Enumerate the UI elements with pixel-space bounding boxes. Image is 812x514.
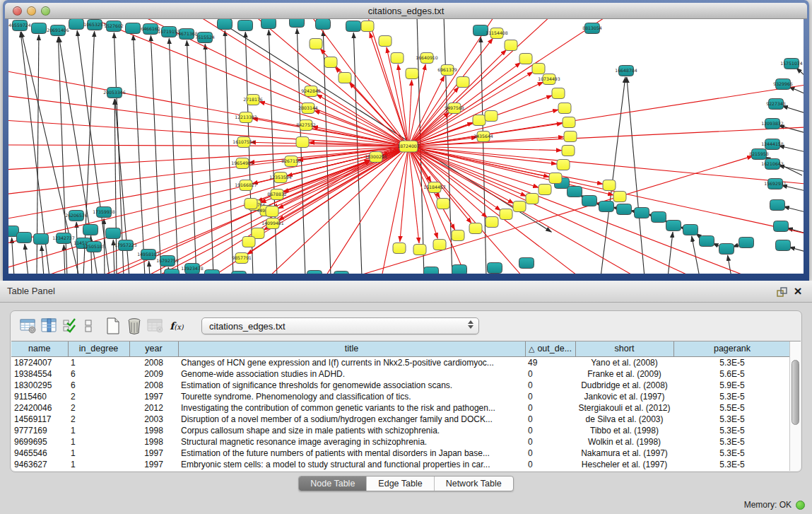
graph-node[interactable] bbox=[346, 21, 361, 32]
vertical-scrollbar[interactable] bbox=[789, 341, 801, 471]
tab-node-table[interactable]: Node Table bbox=[299, 477, 366, 491]
table-row[interactable]: 1872400712008Changes of HCN gene express… bbox=[11, 356, 791, 368]
graph-node[interactable] bbox=[391, 53, 404, 64]
close-icon[interactable]: × bbox=[792, 286, 804, 298]
graph-node[interactable] bbox=[361, 21, 374, 32]
graph-node[interactable] bbox=[324, 57, 337, 68]
float-panel-icon[interactable] bbox=[775, 286, 788, 298]
graph-node[interactable] bbox=[437, 199, 449, 209]
minimize-button[interactable] bbox=[27, 6, 36, 16]
graph-node[interactable] bbox=[488, 263, 502, 274]
graph-node[interactable] bbox=[552, 88, 565, 99]
graph-node[interactable] bbox=[424, 267, 439, 274]
graph-node[interactable] bbox=[242, 237, 255, 247]
graph-node[interactable] bbox=[719, 244, 734, 255]
network-graph[interactable]: 4055972420691406106532571527602646616010… bbox=[8, 19, 804, 274]
memory-ok-icon[interactable] bbox=[796, 501, 805, 510]
show-columns-icon[interactable] bbox=[39, 315, 60, 337]
table-row[interactable]: 946554611997Estimation of the future num… bbox=[11, 448, 791, 459]
graph-node[interactable] bbox=[238, 21, 253, 31]
table-select[interactable]: citations_edges.txt bbox=[201, 317, 479, 334]
graph-node[interactable] bbox=[599, 201, 614, 212]
network-canvas[interactable]: 4055972420691406106532571527602646616010… bbox=[8, 19, 804, 274]
graph-node[interactable] bbox=[526, 194, 539, 204]
graph-node[interactable] bbox=[485, 111, 498, 122]
graph-node[interactable] bbox=[433, 240, 446, 250]
graph-node[interactable] bbox=[500, 209, 512, 220]
graph-node[interactable] bbox=[739, 238, 754, 248]
column-header-pagerank[interactable]: pagerank bbox=[673, 341, 791, 356]
graph-node[interactable] bbox=[532, 64, 545, 74]
column-header-year[interactable]: year bbox=[129, 341, 178, 356]
graph-node[interactable] bbox=[539, 185, 551, 195]
graph-node[interactable] bbox=[513, 201, 526, 212]
graph-node[interactable] bbox=[486, 217, 498, 228]
graph-node[interactable] bbox=[776, 240, 791, 251]
graph-node[interactable] bbox=[557, 160, 570, 170]
graph-node[interactable] bbox=[316, 19, 331, 30]
graph-node[interactable] bbox=[635, 208, 649, 218]
table-row[interactable]: 977716911998Corpus callosum shape and si… bbox=[11, 425, 791, 436]
graph-node[interactable] bbox=[413, 245, 426, 255]
scrollbar-thumb[interactable] bbox=[792, 360, 799, 425]
graph-node[interactable] bbox=[126, 23, 141, 34]
table-row[interactable]: 946362711997Embryonic stem cells: a mode… bbox=[11, 459, 791, 470]
tab-network-table[interactable]: Network Table bbox=[434, 477, 513, 491]
table-row[interactable]: 1938455462009Genome-wide association stu… bbox=[11, 368, 791, 380]
graph-node[interactable] bbox=[106, 228, 121, 239]
function-builder-icon[interactable]: f(x) bbox=[166, 315, 187, 337]
graph-node[interactable] bbox=[218, 19, 233, 30]
graph-node[interactable] bbox=[700, 236, 714, 247]
graph-node[interactable] bbox=[603, 180, 616, 191]
graph-node[interactable] bbox=[666, 221, 681, 231]
graph-node[interactable] bbox=[165, 269, 180, 274]
table-row[interactable]: 1830029562008Estimation of significance … bbox=[11, 380, 791, 391]
close-button[interactable] bbox=[13, 6, 22, 16]
graph-node[interactable] bbox=[457, 77, 469, 88]
zoom-button[interactable] bbox=[41, 6, 50, 16]
graph-node[interactable] bbox=[505, 40, 517, 51]
graph-node[interactable] bbox=[549, 173, 562, 184]
graph-node[interactable] bbox=[17, 233, 32, 243]
graph-node[interactable] bbox=[310, 39, 322, 49]
table-row[interactable]: 969969511998Structural magnetic resonanc… bbox=[11, 436, 791, 448]
clear-selection-icon[interactable] bbox=[81, 315, 95, 337]
graph-node[interactable] bbox=[613, 192, 626, 202]
table-settings-icon[interactable] bbox=[18, 315, 39, 337]
window-titlebar[interactable]: citations_edges.txt bbox=[5, 3, 807, 19]
table-row[interactable]: 2242004622012Investigating the contribut… bbox=[11, 402, 791, 414]
column-header-short[interactable]: short bbox=[575, 341, 673, 356]
column-header-in_degree[interactable]: in_degree bbox=[68, 341, 129, 356]
graph-node[interactable] bbox=[452, 265, 467, 274]
column-header-name[interactable]: name bbox=[11, 341, 68, 356]
graph-node[interactable] bbox=[232, 271, 247, 274]
graph-node[interactable] bbox=[83, 225, 98, 235]
graph-node[interactable] bbox=[69, 19, 84, 30]
column-header-out_de[interactable]: △out_de... bbox=[525, 341, 575, 356]
graph-node[interactable] bbox=[307, 271, 322, 274]
table-row[interactable]: 911546021997Tourette syndrome. Phenomeno… bbox=[11, 391, 791, 402]
column-header-title[interactable]: title bbox=[178, 341, 525, 356]
graph-node[interactable] bbox=[582, 196, 597, 206]
graph-node[interactable] bbox=[334, 271, 349, 274]
delete-table-icon[interactable] bbox=[124, 315, 145, 337]
graph-node[interactable] bbox=[406, 69, 418, 79]
graph-node[interactable] bbox=[261, 19, 276, 29]
graph-node[interactable] bbox=[339, 73, 351, 83]
graph-node[interactable] bbox=[563, 117, 575, 128]
table-row[interactable]: 1456911722003Disruption of a novel membe… bbox=[11, 414, 791, 425]
graph-node[interactable] bbox=[393, 243, 406, 254]
graph-node[interactable] bbox=[266, 206, 278, 217]
delete-full-table-icon[interactable] bbox=[145, 315, 166, 337]
graph-node[interactable] bbox=[32, 23, 47, 34]
graph-node[interactable] bbox=[652, 212, 666, 223]
graph-node[interactable] bbox=[473, 115, 486, 126]
create-table-icon[interactable] bbox=[102, 315, 124, 337]
graph-node[interactable] bbox=[296, 137, 309, 148]
graph-node[interactable] bbox=[519, 258, 534, 269]
graph-node[interactable] bbox=[562, 146, 575, 156]
graph-node[interactable] bbox=[683, 225, 698, 235]
graph-node[interactable] bbox=[469, 223, 482, 234]
graph-node[interactable] bbox=[567, 187, 582, 197]
graph-node[interactable] bbox=[245, 199, 257, 209]
